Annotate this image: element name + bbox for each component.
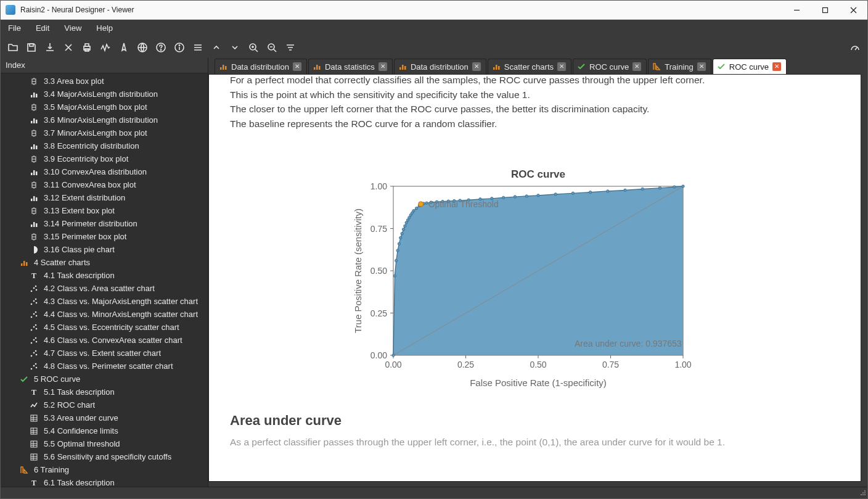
close-button[interactable] [839, 1, 867, 19]
globe-icon[interactable] [134, 39, 151, 56]
tree-item[interactable]: 3.9 Eccentricity box plot [1, 152, 208, 165]
tree-item[interactable]: 3.14 Perimeter distribution [1, 217, 208, 230]
maximize-button[interactable] [811, 1, 839, 19]
document-scroll[interactable]: For a perfect model that correctly class… [208, 74, 861, 482]
collapse-up-icon[interactable] [208, 39, 225, 56]
bars-icon [29, 167, 39, 177]
tree-item[interactable]: 4.5 Class vs. Eccentricity scatter chart [1, 321, 208, 334]
svg-point-85 [35, 337, 37, 339]
tab-close-icon[interactable]: ✕ [772, 62, 781, 71]
tree-item[interactable]: T5.1 Task description [1, 386, 208, 398]
svg-rect-49 [33, 196, 35, 201]
training-icon [19, 465, 29, 475]
tab-close-icon[interactable]: ✕ [557, 62, 566, 71]
info-icon[interactable] [171, 39, 188, 56]
tree-item[interactable]: 3.6 MinorAxisLength distribution [1, 113, 208, 126]
svg-point-90 [31, 368, 33, 369]
tree-item[interactable]: 3.3 Area box plot [1, 75, 208, 88]
tree-item[interactable]: 6 Training [1, 463, 208, 476]
index-tree[interactable]: 3.3 Area box plot3.4 MajorAxisLength dis… [1, 73, 208, 487]
svg-rect-107 [31, 454, 37, 460]
tree-item[interactable]: 4.8 Class vs. Perimeter scatter chart [1, 360, 208, 373]
tree-item[interactable]: 4.3 Class vs. MajorAxisLength scatter ch… [1, 295, 208, 308]
tree-item[interactable]: T4.1 Task description [1, 269, 208, 282]
menu-view[interactable]: View [57, 20, 89, 37]
tree-item-label: 4.6 Class vs. ConvexArea scatter chart [44, 336, 182, 345]
open-file-icon[interactable] [4, 39, 22, 56]
svg-rect-63 [23, 261, 25, 266]
tree-item[interactable]: 4 Scatter charts [1, 256, 208, 269]
tree-item[interactable]: 3.5 MajorAxisLength box plot [1, 101, 208, 113]
svg-text:0.50: 0.50 [370, 266, 387, 276]
tree-item[interactable]: 3.13 Extent box plot [1, 204, 208, 217]
tree-item[interactable]: 4.2 Class vs. Area scatter chart [1, 282, 208, 295]
svg-point-67 [33, 287, 35, 289]
sort-icon[interactable] [282, 39, 299, 56]
tab-label: Data distribution [231, 62, 289, 72]
tree-item[interactable]: 5.4 Confidence limits [1, 424, 208, 437]
tree-item[interactable]: 3.7 MinorAxisLength box plot [1, 126, 208, 139]
tree-item[interactable]: 5 ROC curve [1, 373, 208, 386]
help-icon[interactable] [152, 39, 170, 56]
svg-text:1.00: 1.00 [370, 181, 387, 191]
gauge-icon[interactable] [846, 39, 864, 56]
tab-close-icon[interactable]: ✕ [697, 62, 706, 71]
tree-item[interactable]: 3.12 Extent distribution [1, 191, 208, 204]
print-icon[interactable] [78, 39, 96, 56]
menu-file[interactable]: File [1, 20, 28, 37]
zoom-in-icon[interactable] [245, 39, 262, 56]
dots-icon [29, 297, 39, 307]
tree-item-label: 5.1 Task description [44, 387, 115, 397]
svg-point-75 [33, 313, 35, 315]
resize-grip-icon[interactable] [858, 487, 867, 497]
tab[interactable]: Data distribution✕ [215, 59, 307, 74]
svg-point-86 [31, 355, 33, 357]
compass-icon[interactable] [115, 39, 133, 56]
tab-close-icon[interactable]: ✕ [379, 62, 387, 71]
signal-icon[interactable] [97, 39, 114, 56]
tree-item[interactable]: 5.5 Optimal threshold [1, 437, 208, 450]
tree-item-label: 3.14 Perimeter distribution [44, 219, 137, 228]
tab[interactable]: Training✕ [648, 59, 711, 74]
tree-item[interactable]: 4.4 Class vs. MinorAxisLength scatter ch… [1, 308, 208, 321]
tree-item-label: 3.8 Eccentricity distribution [44, 141, 139, 151]
tab[interactable]: Data distribution✕ [394, 59, 486, 74]
svg-rect-116 [316, 65, 318, 70]
table-icon [29, 439, 39, 449]
download-icon[interactable] [41, 39, 59, 56]
tree-item[interactable]: 3.4 MajorAxisLength distribution [1, 88, 208, 101]
save-icon[interactable] [23, 39, 40, 56]
tab[interactable]: Data statistics✕ [308, 59, 393, 74]
tab[interactable]: ROC curve✕ [713, 59, 787, 74]
expand-down-icon[interactable] [226, 39, 244, 56]
menu-help[interactable]: Help [89, 20, 120, 37]
delete-icon[interactable] [60, 39, 77, 56]
tab[interactable]: Scatter charts✕ [488, 59, 571, 74]
tree-item[interactable]: 4.7 Class vs. Extent scatter chart [1, 347, 208, 360]
tree-item[interactable]: 5.3 Area under curve [1, 411, 208, 424]
tree-item-label: 3.13 Extent box plot [44, 206, 115, 215]
tree-item[interactable]: 3.11 ConvexArea box plot [1, 178, 208, 191]
bars-o-icon [398, 62, 407, 71]
tree-item[interactable]: T6.1 Task description [1, 476, 208, 487]
zoom-out-icon[interactable] [263, 39, 280, 56]
list-icon[interactable] [189, 39, 207, 56]
tree-item[interactable]: 3.10 ConvexArea distribution [1, 165, 208, 178]
svg-point-186 [623, 189, 626, 191]
menu-edit[interactable]: Edit [28, 20, 57, 37]
tab-close-icon[interactable]: ✕ [293, 62, 301, 71]
tab[interactable]: ROC curve✕ [573, 59, 647, 74]
tree-item[interactable]: 4.6 Class vs. ConvexArea scatter chart [1, 334, 208, 347]
tree-item[interactable]: 3.16 Class pie chart [1, 243, 208, 256]
tree-item[interactable]: 3.8 Eccentricity distribution [1, 139, 208, 152]
tab-close-icon[interactable]: ✕ [472, 62, 481, 71]
tree-item[interactable]: 5.6 Sensitivity and specificity cutoffs [1, 450, 208, 463]
minimize-button[interactable] [782, 1, 811, 19]
tree-item[interactable]: 5.2 ROC chart [1, 398, 208, 411]
tab-label: Data statistics [325, 62, 375, 72]
tree-item-label: 6.1 Task description [44, 478, 115, 487]
svg-point-68 [36, 289, 38, 291]
svg-rect-64 [26, 262, 28, 266]
tab-close-icon[interactable]: ✕ [633, 62, 641, 71]
tree-item[interactable]: 3.15 Perimeter box plot [1, 230, 208, 243]
